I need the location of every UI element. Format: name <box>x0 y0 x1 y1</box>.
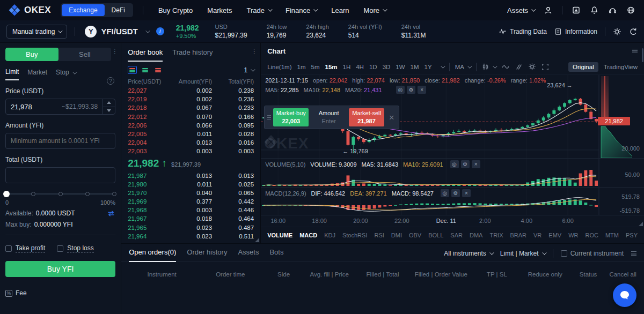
indicator-tab[interactable]: VOLUME <box>267 232 292 238</box>
undo-icon[interactable] <box>629 27 638 36</box>
indicator-tab[interactable]: RSI <box>374 232 384 238</box>
information-link[interactable]: Information <box>554 28 597 35</box>
orders-tab[interactable]: Assets <box>238 248 259 262</box>
gear-icon[interactable]: ⚙ <box>461 160 470 168</box>
chart-settings-icon[interactable] <box>528 63 536 71</box>
bid-row[interactable]: 21,9640.0230.511 <box>121 232 260 241</box>
close-icon[interactable]: × <box>418 86 426 94</box>
buy-tab[interactable]: Buy <box>5 48 58 61</box>
chevron-down-icon[interactable] <box>441 64 445 68</box>
bid-row[interactable]: 21,9870.0130.013 <box>121 171 260 180</box>
nav-item[interactable]: Markets <box>207 6 232 14</box>
ask-row[interactable]: 22,0050.0110.028 <box>121 130 260 138</box>
globe-icon[interactable] <box>626 6 635 14</box>
gear-icon[interactable]: ⚙ <box>451 189 460 197</box>
eye-icon[interactable]: ◎ <box>441 189 449 197</box>
timeframe-button[interactable]: 5m <box>311 64 320 70</box>
order-type-tab[interactable]: Limit <box>5 68 19 80</box>
macd-pane[interactable]: MACD(12,26,9) DIF: 446.542 DEA: 397.271 … <box>261 187 644 215</box>
quick-amount-input[interactable]: AmountEnter <box>311 109 346 126</box>
indicator-tab[interactable]: BRAR <box>510 232 526 238</box>
candle-pane[interactable]: OKEX 2021-12-11 7:15 open: 22,042 high: … <box>261 75 644 158</box>
indicator-tab[interactable]: DMI <box>391 232 402 238</box>
take-profit-checkbox[interactable]: Take profit <box>5 244 45 253</box>
nav-item[interactable]: Buy Crypto <box>158 6 193 14</box>
timeframe-button[interactable]: 3D <box>383 64 391 70</box>
bid-row[interactable]: 21,9670.0180.464 <box>121 214 260 223</box>
amount-slider[interactable] <box>6 191 114 197</box>
bell-icon[interactable] <box>590 6 599 14</box>
timeframe-button[interactable]: 15m <box>325 64 337 70</box>
bid-row[interactable]: 21,9650.0230.487 <box>121 223 260 232</box>
indicator-tab[interactable]: BOLL <box>428 232 443 238</box>
trading-data-link[interactable]: Trading Data <box>499 28 547 35</box>
amount-input[interactable] <box>6 137 115 145</box>
ask-row[interactable]: 22,0040.0130.016 <box>121 138 260 147</box>
line-chart-icon[interactable] <box>501 63 510 71</box>
indicator-tab[interactable]: ROC <box>585 232 598 238</box>
price-input[interactable] <box>6 103 103 111</box>
timeframe-button[interactable]: 1D <box>369 64 377 70</box>
scrollbar-thumb[interactable] <box>642 48 643 62</box>
timeframe-button[interactable]: 1W <box>396 64 405 70</box>
eye-icon[interactable]: ◎ <box>450 160 459 168</box>
indicator-tab[interactable]: EMV <box>548 232 561 238</box>
timeframe-button[interactable]: 4H <box>356 64 364 70</box>
nav-item[interactable]: Finance <box>286 6 317 14</box>
user-icon[interactable] <box>544 6 553 14</box>
fee-link[interactable]: % Fee <box>5 289 115 297</box>
order-type-tab[interactable]: Stop <box>56 69 76 80</box>
order-book-tab[interactable]: Trade history <box>172 48 213 62</box>
orders-tab[interactable]: Bots <box>269 248 283 262</box>
download-icon[interactable] <box>572 6 581 14</box>
gear-icon[interactable] <box>613 27 621 36</box>
panel-drag-handle[interactable]: ⋮ <box>111 47 118 55</box>
nav-item[interactable]: Learn <box>331 6 349 14</box>
orders-tab[interactable]: Order history <box>187 248 227 262</box>
timeframe-button[interactable]: 1Y <box>425 64 432 70</box>
step-down-button[interactable] <box>103 107 115 115</box>
timeframe-button[interactable]: 1m <box>297 64 306 70</box>
total-input[interactable] <box>6 171 115 180</box>
book-view-asks-icon[interactable] <box>153 66 163 74</box>
book-view-all-icon[interactable] <box>128 66 137 74</box>
order-book-tab[interactable]: Order book <box>128 48 163 62</box>
indicator-tab[interactable]: DMA <box>470 232 482 238</box>
tab-defi[interactable]: DeFi <box>105 4 132 16</box>
indicator-tab[interactable]: MTM <box>605 232 619 238</box>
pair-selector[interactable]: Y YFI/USDT i <box>85 26 164 38</box>
sell-tab[interactable]: Sell <box>58 48 112 61</box>
orders-tab[interactable]: Open orders(0) <box>129 248 176 262</box>
step-up-button[interactable] <box>103 99 115 107</box>
headset-icon[interactable] <box>608 6 617 14</box>
indicator-tab[interactable]: OBV <box>409 232 421 238</box>
indicator-tab[interactable]: TRIX <box>489 232 503 238</box>
chart-view-option[interactable]: TradingView <box>604 64 638 70</box>
ask-row[interactable]: 22,0180.0670.233 <box>121 103 260 112</box>
bid-row[interactable]: 21,9800.0110.025 <box>121 180 260 189</box>
panel-drag-handle[interactable] <box>631 250 636 257</box>
buy-submit-button[interactable]: Buy YFI <box>5 261 115 277</box>
assets-menu[interactable]: Assets <box>507 6 535 14</box>
fullscreen-icon[interactable] <box>541 63 549 71</box>
nav-item[interactable]: More <box>363 6 386 14</box>
trading-mode-button[interactable]: Manual trading <box>6 25 67 39</box>
info-icon[interactable]: i <box>156 27 164 35</box>
timeframe-button[interactable]: 1H <box>343 64 351 70</box>
okex-logo[interactable]: OKEX <box>9 4 51 16</box>
bid-row[interactable]: 21,9680.0030.446 <box>121 206 260 214</box>
indicator-tab[interactable]: StochRSI <box>342 232 367 238</box>
draw-tools-icon[interactable] <box>515 63 523 71</box>
ask-row[interactable]: 22,0270.0020.238 <box>121 86 260 95</box>
indicator-tab[interactable]: SAR <box>450 232 463 238</box>
close-icon[interactable]: × <box>462 189 471 197</box>
tab-exchange[interactable]: Exchange <box>62 4 104 16</box>
panel-drag-handle[interactable] <box>632 48 638 55</box>
drag-handle[interactable] <box>267 115 271 120</box>
market-buy-button[interactable]: Market-buy22,003 <box>273 108 309 126</box>
slider-knob[interactable] <box>3 191 10 197</box>
help-icon[interactable]: ? <box>107 77 114 85</box>
eye-icon[interactable]: ◎ <box>396 86 405 94</box>
bid-row[interactable]: 21,9690.3770.442 <box>121 197 260 206</box>
volume-pane[interactable]: VOLUME(5,10) VOLUME: 9.3009 MA5: 31.6843… <box>261 158 644 187</box>
